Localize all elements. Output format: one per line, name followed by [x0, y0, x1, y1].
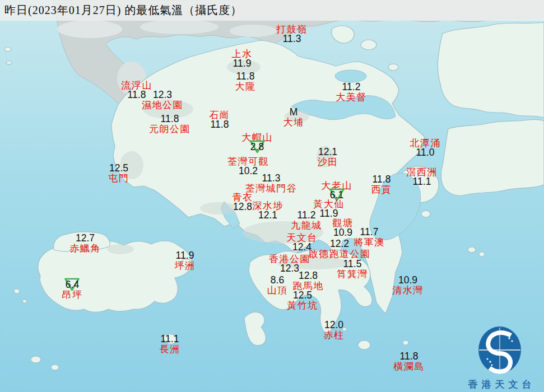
station-marker: 12.5屯門	[109, 164, 129, 183]
station-temperature: 11.7	[360, 227, 379, 237]
station-temperature: 11.2	[297, 211, 316, 221]
station-marker: 12.5黃竹坑	[287, 291, 318, 310]
station-name: 山頂	[267, 286, 288, 295]
station-marker: 上水11.9	[232, 49, 253, 69]
hko-logo-chinese: 香港天文台	[456, 378, 543, 391]
station-marker: 11.3荃灣城門谷	[245, 174, 297, 193]
station-temperature: 12.1	[318, 147, 337, 157]
station-marker: 11.5筲箕灣	[337, 259, 368, 279]
station-marker: 12.1沙田	[318, 147, 338, 167]
station-temperature: 11.8	[161, 114, 179, 124]
station-marker: 觀塘10.9	[333, 218, 354, 238]
station-temperature: 11.9	[233, 59, 252, 69]
station-marker: 11.9坪洲	[175, 251, 196, 270]
station-temperature: 11.8	[373, 175, 391, 185]
station-marker: 滘西洲11.1	[406, 167, 438, 187]
station-temperature: 11.8	[211, 120, 229, 130]
station-temperature: 11.1	[413, 177, 431, 187]
green-triangle-icon	[249, 139, 266, 154]
station-name: 大埔	[283, 118, 304, 127]
station-marker: 大老山6.1	[321, 181, 352, 200]
station-marker: 10.9清水灣	[392, 276, 424, 295]
station-marker: 深水埗12.1	[252, 201, 283, 221]
station-temperature: 12.1	[258, 211, 277, 221]
station-marker: M大埔	[283, 108, 304, 127]
station-name: 荃灣城門谷	[245, 184, 297, 193]
station-temperature: 11.8	[236, 72, 255, 82]
station-marker: 11.2大美督	[336, 82, 367, 102]
station-name: 筲箕灣	[337, 269, 368, 279]
station-name: 大美督	[336, 92, 367, 102]
station-temperature: 2.8	[250, 142, 264, 152]
station-marker: 11.8橫瀾島	[393, 352, 425, 371]
station-temperature: 11.1	[161, 334, 179, 344]
station-marker: 青衣12.8	[233, 193, 253, 212]
station-marker: 12.7赤鱲角	[69, 234, 101, 253]
map-title: 昨日(2023年01月27日) 的最低氣溫（攝氏度）	[4, 3, 242, 18]
station-name: 長洲	[160, 344, 180, 354]
station-temperature: 12.8	[233, 202, 252, 212]
station-temperature: 12.8	[299, 271, 318, 281]
station-marker: 11.8大隴	[235, 72, 256, 91]
station-name: 赤柱	[324, 330, 345, 340]
station-temperature: 12.3	[153, 90, 172, 100]
station-temperature: 10.9	[398, 276, 417, 286]
station-name: 黃竹坑	[287, 301, 318, 310]
station-temperature: 10.9	[333, 228, 352, 238]
station-marker: 12.0赤柱	[324, 320, 345, 340]
station-name: 屯門	[109, 174, 129, 183]
station-marker: 11.8元朗公園	[149, 114, 190, 134]
station-temperature: 12.0	[324, 320, 343, 330]
station-temperature: 11.3	[262, 174, 281, 184]
station-name: 啟德跑道公園	[309, 249, 371, 259]
station-marker: 6.4昂坪	[62, 280, 83, 300]
station-marker: 11.8西貢	[371, 175, 392, 194]
station-marker: 11.2九龍城	[291, 211, 322, 230]
station-temperature: 8.6	[271, 276, 284, 286]
station-temperature: 12.5	[293, 291, 312, 301]
station-name: 西貢	[371, 185, 392, 194]
station-name: 沙田	[318, 157, 338, 167]
station-marker: 大帽山2.8	[241, 133, 273, 152]
station-marker: 12.8跑馬地	[292, 271, 324, 291]
station-marker: 北潭涌11.0	[410, 138, 441, 158]
station-name: 元朗公園	[149, 124, 190, 134]
station-marker: 石崗11.8	[210, 110, 230, 130]
station-name: 赤鱲角	[69, 244, 101, 253]
station-temperature: 6.4	[66, 280, 79, 290]
station-name: 九龍城	[291, 221, 322, 230]
station-temperature: 11.9	[176, 251, 194, 261]
station-temperature: 12.7	[76, 234, 95, 244]
station-name: 坪洲	[175, 261, 196, 270]
station-temperature: 11.5	[343, 259, 362, 269]
station-name: 大隴	[235, 82, 256, 91]
station-temperature: 11.3	[283, 34, 301, 44]
station-name: 橫瀾島	[393, 362, 425, 371]
station-marker: 打鼓嶺11.3	[276, 25, 308, 44]
station-marker: 12.3濕地公園	[142, 90, 183, 110]
station-temperature: 11.8	[400, 352, 419, 362]
station-marker: 8.6山頂	[267, 276, 288, 295]
hko-logo: 香港天文台 HONG KONG OBSERVATORY	[456, 325, 543, 392]
station-temperature: 12.2	[330, 239, 349, 249]
station-name: 清水灣	[392, 286, 424, 295]
min-temperature-map-page: 昨日(2023年01月27日) 的最低氣溫（攝氏度） 打鼓嶺11.3上水11.9…	[0, 0, 544, 392]
station-temperature: M	[290, 108, 298, 118]
station-temperature: 11.0	[416, 148, 435, 158]
station-temperature: 12.5	[109, 164, 128, 174]
station-temperature: 11.2	[342, 82, 361, 92]
station-marker: 12.2啟德跑道公園	[309, 239, 371, 259]
hko-logo-icon	[456, 325, 543, 375]
station-name: 昂坪	[62, 290, 83, 300]
station-name: 濕地公園	[142, 100, 183, 110]
station-marker: 11.1長洲	[160, 334, 180, 354]
